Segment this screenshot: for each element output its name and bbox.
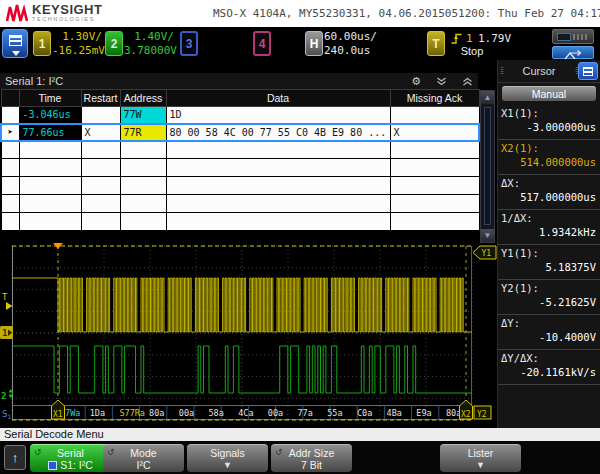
channel-1-offset: -16.25mV — [52, 44, 102, 58]
channel-1-button[interactable]: 1 — [33, 31, 51, 56]
knob-icon: ↺ — [107, 447, 115, 457]
svg-text:1: 1 — [2, 328, 7, 338]
softkey-lister[interactable]: Lister ▼ — [440, 444, 521, 472]
touch-gesture-button[interactable] — [552, 46, 594, 59]
menu-list-icon — [9, 35, 22, 46]
decode-byte-label: 55a — [327, 408, 342, 418]
lister-column-header: Data — [166, 90, 390, 107]
cursor-readout: ΔX:517.000000us — [498, 175, 600, 210]
channel-1-readout[interactable]: 1.30V/ -16.25mV — [52, 30, 102, 58]
scrollbar-track[interactable] — [484, 107, 491, 225]
lister-title: Serial 1: I²C — [5, 75, 63, 87]
cursor-readout: Y1(1):5.18375V — [498, 245, 600, 280]
gear-icon[interactable]: ⚙ — [411, 76, 421, 86]
svg-text:X1: X1 — [53, 410, 63, 419]
submenu-arrow-icon: ▼ — [223, 460, 232, 470]
cell-data: 1D — [166, 107, 390, 124]
softkey-mode[interactable]: ↺ Mode I²C — [103, 444, 184, 472]
trigger-button[interactable]: T — [427, 31, 445, 56]
submenu-arrow-icon: ▼ — [476, 460, 485, 470]
keysight-logo: KEYSIGHT TECHNOLOGIES — [6, 3, 102, 23]
svg-text:Y1: Y1 — [482, 249, 492, 258]
cell-data: 80 00 58 4C 00 77 55 C0 4B E9 80 ... — [166, 124, 390, 141]
row-select-arrow — [1, 107, 19, 124]
softkey-label: Mode — [103, 447, 184, 459]
timebase-delay: 240.0us — [324, 44, 376, 58]
lister-empty-row — [1, 213, 479, 231]
lister-scrollbar[interactable]: ▲ ▼ — [480, 90, 495, 243]
decode-byte-label: 4Ba — [387, 408, 402, 418]
cursor-readout: X1(1):-3.000000us — [498, 105, 600, 140]
cursor-readouts: X1(1):-3.000000usX2(1):514.000000usΔX:51… — [498, 105, 600, 385]
front-panel-button[interactable] — [552, 29, 594, 44]
channel-2-offset: 3.78000V — [124, 44, 174, 58]
cell-address: 77R — [120, 124, 166, 141]
bus-label: S1 — [2, 409, 11, 420]
trigger-level-label: T — [2, 292, 8, 302]
cursor-readout: X2(1):514.000000us — [498, 140, 600, 175]
knob-icon: ↺ — [275, 447, 283, 457]
lister-table: TimeRestartAddressDataMissing Ack -3.046… — [0, 89, 480, 231]
trigger-slope-rising-icon — [450, 32, 463, 45]
decode-byte-label: 58a — [209, 408, 224, 418]
lister-empty-row — [1, 159, 479, 177]
menu-title: Serial Decode Menu — [0, 428, 600, 441]
system-header: KEYSIGHT TECHNOLOGIES MSO-X 4104A, MY552… — [0, 0, 600, 27]
chevron-down-icon — [12, 51, 20, 56]
cell-restart: X — [81, 124, 120, 141]
lister-column-header: Address — [120, 90, 166, 107]
channel-3-button[interactable]: 3 — [180, 31, 198, 56]
serial-lister-window: Serial 1: I²C ⚙ TimeRestartAddressDataMi… — [0, 73, 478, 231]
scroll-up-button[interactable]: ▲ — [481, 91, 494, 104]
scroll-down-button[interactable]: ▼ — [481, 229, 494, 242]
menu-list-icon — [583, 67, 593, 76]
channel-2-readout[interactable]: 1.40V/ 3.78000V — [124, 30, 174, 58]
decode-byte-label: E9a — [416, 408, 431, 418]
timebase-scale: 60.00us/ — [324, 30, 376, 44]
decode-byte-label: 00a — [268, 408, 283, 418]
cell-restart — [81, 107, 120, 124]
brand-name: KEYSIGHT — [32, 3, 102, 16]
brand-subname: TECHNOLOGIES — [32, 17, 102, 23]
channel-1-scale: 1.30V/ — [52, 30, 102, 44]
softkey-addr-size[interactable]: ↺ Addr Size 7 Bit — [271, 444, 352, 472]
lister-column-header: Restart — [81, 90, 120, 107]
decode-byte-label: 1Da — [90, 408, 105, 418]
lister-column-header: Time — [19, 90, 81, 107]
trigger-level[interactable]: 1.79V — [478, 32, 520, 45]
trigger-source: 1 — [466, 32, 473, 45]
decode-byte-label: 4Ca — [238, 408, 253, 418]
ch2-marker: 2 — [1, 391, 6, 401]
decode-byte-label: 80a — [149, 408, 164, 418]
cell-missing-ack — [390, 107, 479, 124]
waveform-plot[interactable]: 77Wa1DaS77Ra80a00a58a4Ca00a77a55aC0a4BaE… — [0, 243, 497, 428]
cell-missing-ack: X — [390, 124, 479, 141]
waveform-display[interactable]: 77Wa1DaS77Ra80a00a58a4Ca00a77a55aC0a4BaE… — [0, 243, 497, 428]
cursor-menu-button[interactable] — [578, 62, 598, 80]
channel-4-button[interactable]: 4 — [253, 31, 271, 56]
double-chevron-down-icon[interactable] — [436, 77, 447, 86]
channel-2-button[interactable]: 2 — [105, 31, 123, 56]
cursor-readout: ΔY:-10.4000V — [498, 315, 600, 350]
trigger-level-marker — [6, 302, 13, 310]
cursor-readout: Y2(1):-5.21625V — [498, 280, 600, 315]
horizontal-button[interactable]: H — [305, 31, 323, 56]
cursor-panel-title: Cursor — [503, 65, 575, 77]
softkey-value: 7 Bit — [301, 459, 322, 471]
decode-byte-label: C0a — [357, 408, 372, 418]
lister-row[interactable]: ➤77.66usX77R80 00 58 4C 00 77 55 C0 4B E… — [1, 124, 479, 141]
softkey-signals[interactable]: Signals ▼ — [187, 444, 268, 472]
lister-row[interactable]: -3.046us77W1D — [1, 107, 479, 124]
horizontal-readout[interactable]: 60.00us/ 240.0us — [324, 30, 376, 58]
cursor-mode-button[interactable]: Manual — [502, 86, 596, 101]
softkey-serial[interactable]: ↺ Serial S1: I²C — [30, 444, 111, 472]
cursor-panel-title-bar[interactable]: ⁞⁞ Cursor ⁞⁞ — [498, 60, 600, 83]
softkey-value: I²C — [137, 459, 151, 471]
double-chevron-up-icon[interactable] — [462, 77, 473, 86]
main-menu-button[interactable] — [2, 29, 28, 58]
menu-back-button[interactable]: ↑ — [4, 445, 26, 470]
ch2-sda-trace — [12, 346, 472, 393]
decode-byte-label: S77Ra — [119, 408, 145, 418]
softkey-label: Signals — [187, 447, 268, 459]
softkey-menu-bar: ↑ ↺ Serial S1: I²C ↺ Mode I²C Signals ▼ … — [0, 441, 600, 474]
